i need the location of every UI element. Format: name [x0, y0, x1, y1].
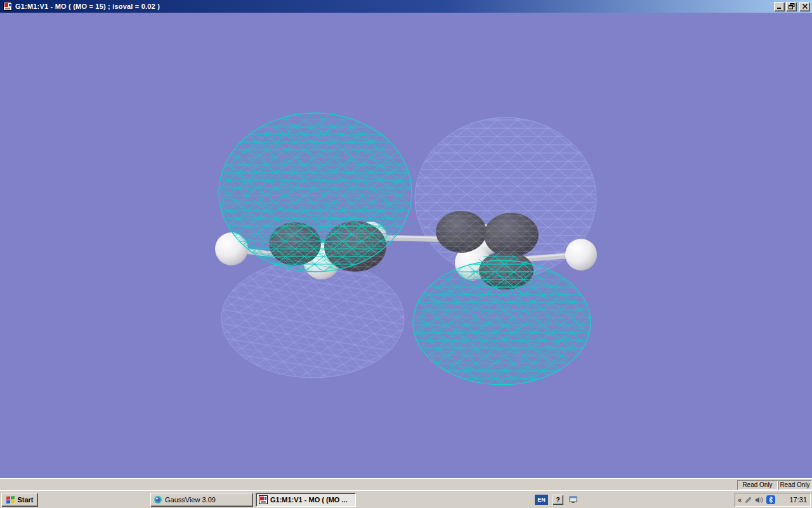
system-tray: « 17:31: [735, 493, 811, 507]
taskbar-button-gaussview[interactable]: GaussView 3.09: [150, 493, 253, 507]
language-bar: EN ?: [535, 494, 579, 505]
window-title: G1:M1:V1 - MO ( (MO = 15) ; isoval = 0.0…: [15, 3, 773, 10]
orbital-lobe-negative-lower-left: [221, 260, 404, 378]
language-help-icon[interactable]: ?: [553, 495, 563, 505]
taskbar: Start GaussView 3.09 G1:M: [0, 490, 812, 508]
atom-hydrogen: [565, 239, 597, 271]
close-button[interactable]: [799, 2, 810, 11]
mo-3d-scene[interactable]: [0, 13, 812, 478]
taskbar-button-label: G1:M1:V1 - MO ( (MO ...: [270, 496, 348, 504]
read-only-indicator-right: Read Only: [778, 480, 811, 490]
tray-clock[interactable]: 17:31: [789, 496, 807, 504]
language-indicator[interactable]: EN: [535, 495, 548, 505]
start-button[interactable]: Start: [1, 493, 38, 507]
read-only-indicator-left: Read Only: [737, 480, 778, 490]
gaussview-app-icon: [154, 495, 162, 504]
tray-collapse-chevron[interactable]: «: [738, 497, 742, 504]
orbital-lobe-positive-lower-right: [413, 260, 591, 385]
language-options-icon[interactable]: [568, 495, 579, 505]
volume-tray-icon[interactable]: [755, 497, 763, 504]
desktop-screen: G1:M1:V1 - MO ( (MO = 15) ; isoval = 0.0…: [0, 0, 812, 508]
gaussview-document-icon: [3, 2, 12, 11]
minimize-button[interactable]: [774, 2, 785, 11]
restore-button[interactable]: [786, 2, 797, 11]
pen-input-tray-icon[interactable]: [745, 497, 752, 504]
taskbar-button-mo-view[interactable]: G1:M1:V1 - MO ( (MO ...: [256, 493, 356, 507]
bluetooth-tray-icon[interactable]: [766, 495, 775, 504]
start-label: Start: [17, 496, 33, 504]
taskbar-button-label: GaussView 3.09: [165, 496, 216, 504]
statusbar: Read Only Read Only: [0, 478, 812, 490]
windows-flag-icon: [6, 496, 15, 504]
gaussview-document-icon: [259, 495, 268, 504]
mo-viewport[interactable]: [0, 13, 812, 478]
window-titlebar: G1:M1:V1 - MO ( (MO = 15) ; isoval = 0.0…: [0, 0, 812, 13]
orbital-lobe-positive-upper-left: [219, 113, 412, 272]
